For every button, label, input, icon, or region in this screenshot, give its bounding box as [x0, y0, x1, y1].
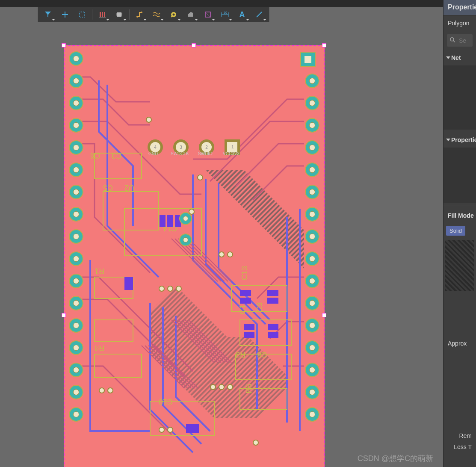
fill-mode-value[interactable]: Solid — [446, 226, 465, 236]
section-net-body — [443, 65, 476, 130]
header-pin-left[interactable] — [69, 274, 83, 288]
svg-line-41 — [453, 41, 455, 42]
header-pin-left[interactable] — [69, 407, 83, 422]
pcb-board[interactable]: C6 C3 C5 U2 C13 C14 R1 R4 C12 C9 R3 C8 C… — [64, 45, 325, 467]
polygon-tool[interactable] — [200, 8, 216, 21]
selection-handle[interactable] — [62, 313, 66, 317]
header-pin-right[interactable] — [305, 251, 319, 266]
header-pin-right[interactable] — [305, 118, 319, 133]
header-pin-right[interactable] — [305, 74, 319, 88]
header-pin-right[interactable] — [305, 296, 319, 310]
header-pin-left[interactable] — [69, 229, 83, 244]
header-pin-right[interactable] — [305, 140, 319, 155]
header-pin-left[interactable] — [69, 140, 83, 155]
smd-pad — [240, 290, 251, 296]
route-tool[interactable] — [131, 8, 148, 21]
silk-ref: C5 — [103, 183, 113, 192]
header-pin-left[interactable] — [69, 251, 83, 266]
svg-marker-18 — [188, 12, 193, 17]
smd-pad — [124, 277, 133, 290]
collapse-icon — [446, 56, 450, 59]
header-pin-right[interactable] — [305, 163, 319, 177]
header-pin-right[interactable] — [305, 407, 319, 422]
pcb-canvas[interactable]: C6 C3 C5 U2 C13 C14 R1 R4 C12 C9 R3 C8 C… — [0, 23, 443, 467]
silk-ref: R3 — [236, 350, 245, 359]
header-pin-left[interactable] — [69, 74, 83, 88]
header-pin-left[interactable] — [69, 51, 83, 66]
header-pin-left[interactable] — [69, 163, 83, 177]
selection-handle[interactable] — [192, 43, 196, 47]
select-rect-tool[interactable] — [74, 8, 90, 21]
align-tool[interactable] — [94, 8, 110, 21]
header-pin-left[interactable] — [69, 296, 83, 310]
section-net-header[interactable]: Net — [443, 50, 476, 65]
svg-rect-34 — [95, 354, 142, 378]
header-pin-left[interactable] — [69, 363, 83, 377]
selection-handle[interactable] — [62, 43, 66, 47]
funnel-icon — [43, 10, 53, 19]
header-pin-left[interactable] — [69, 340, 83, 355]
internal-pad[interactable] — [179, 212, 192, 225]
pad-square-pin1[interactable] — [300, 52, 316, 67]
via-icon — [169, 10, 178, 19]
polygon-icon — [203, 10, 213, 19]
smd-pad — [167, 215, 173, 227]
collapse-icon — [446, 139, 450, 141]
header-pin-left[interactable] — [69, 96, 83, 110]
header-pin-right[interactable] — [305, 185, 319, 199]
fill-tool[interactable] — [183, 8, 199, 21]
svg-rect-5 — [104, 12, 105, 17]
panel-search[interactable] — [447, 34, 473, 47]
svg-rect-4 — [102, 12, 103, 17]
diffpair-icon — [152, 10, 161, 19]
silk-ref: R1 — [95, 266, 104, 275]
via — [107, 387, 113, 393]
smd-pad — [268, 332, 278, 338]
header-pin-right[interactable] — [305, 274, 319, 288]
header-pin-right[interactable] — [305, 207, 319, 222]
text-tool[interactable]: A — [234, 8, 250, 21]
header-pin-right[interactable] — [305, 229, 319, 244]
component-tool[interactable] — [111, 8, 127, 21]
header-pin-left[interactable] — [69, 118, 83, 133]
internal-pad[interactable] — [179, 234, 192, 246]
silk-ref: C9 — [255, 302, 264, 312]
diffpair-tool[interactable] — [148, 8, 165, 21]
filter-tool[interactable] — [40, 8, 56, 21]
selection-handle[interactable] — [322, 43, 326, 47]
line-tool[interactable] — [251, 8, 267, 21]
header-pin-left[interactable] — [69, 318, 83, 333]
prog-label: SWDCLK — [171, 151, 189, 156]
header-pin-left[interactable] — [69, 185, 83, 199]
prog-label: SWDIO — [198, 151, 213, 156]
prog-label: VCC3V3 — [223, 151, 239, 156]
header-pin-left[interactable] — [69, 207, 83, 222]
via — [197, 174, 203, 180]
selection-handle[interactable] — [322, 313, 326, 317]
align-icon — [98, 10, 107, 19]
header-pin-right[interactable] — [305, 385, 319, 399]
silk-ref: U2 — [124, 183, 134, 192]
prog-label: GND — [148, 151, 158, 156]
object-type-label: Polygon — [443, 15, 476, 31]
header-pin-left[interactable] — [69, 385, 83, 399]
smd-pad — [267, 298, 278, 304]
header-pin-right[interactable] — [305, 340, 319, 355]
chip-icon — [115, 10, 124, 19]
divider — [443, 206, 476, 206]
header-pin-right[interactable] — [305, 363, 319, 377]
less-than-label: Less T — [443, 443, 476, 455]
silk-ref: C3 — [112, 151, 121, 160]
header-pin-right[interactable] — [305, 96, 319, 110]
main-toolbar: 10 A — [38, 7, 269, 22]
place-tool[interactable] — [57, 8, 73, 21]
section-props-header[interactable]: Properties — [443, 132, 476, 148]
search-input[interactable] — [459, 37, 476, 44]
via-tool[interactable] — [166, 8, 182, 21]
dimension-tool[interactable]: 10 — [217, 8, 233, 21]
section-props-body — [443, 148, 476, 203]
header-pin-right[interactable] — [305, 318, 319, 333]
svg-text:10: 10 — [224, 11, 227, 14]
svg-point-17 — [173, 14, 175, 16]
via — [167, 427, 173, 433]
